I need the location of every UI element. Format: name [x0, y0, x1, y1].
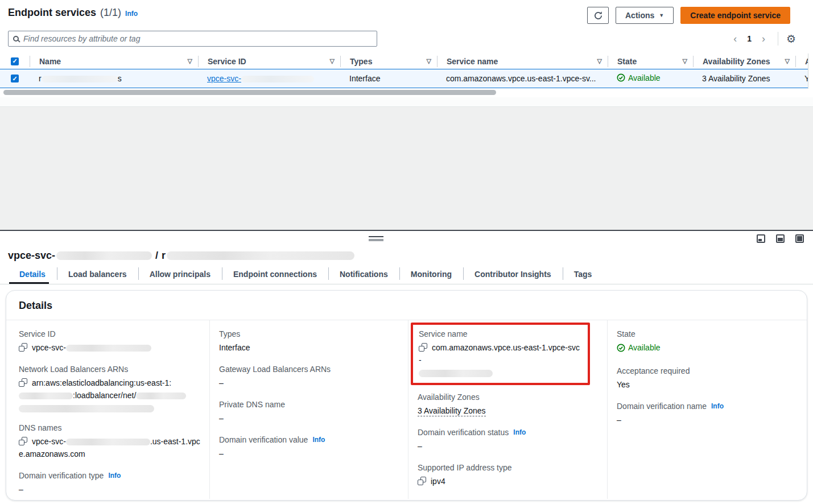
redacted-text [167, 251, 354, 260]
table-gutter [808, 53, 813, 89]
column-header-availability-zones[interactable]: Availability Zones ▽ [693, 56, 795, 67]
details-column-2: Types Interface Gateway Load Balancers A… [209, 320, 408, 499]
caret-down-icon: ▼ [659, 13, 664, 18]
cell-name: rs [30, 74, 198, 83]
sort-icon[interactable]: ▽ [427, 57, 431, 65]
info-link[interactable]: Info [711, 402, 724, 410]
scrollbar-thumb[interactable] [3, 90, 496, 95]
details-card: Details Service ID vpce-svc- Network Loa… [6, 290, 807, 501]
redacted-text [19, 405, 154, 412]
panel-size-small-icon[interactable] [757, 234, 765, 243]
column-header-types[interactable]: Types ▽ [340, 56, 437, 67]
cell-service-name: com.amazonaws.vpce.us-east-1.vpce-sv... [437, 74, 608, 83]
field-nlb-arns: Network Load Balancers ARNs arn:aws:elas… [19, 365, 200, 412]
redacted-text [66, 439, 150, 445]
availability-zones-tooltip-trigger[interactable]: 3 Availability Zones [418, 406, 486, 416]
horizontal-scrollbar[interactable] [3, 90, 810, 96]
cell-state: Available [608, 73, 693, 84]
tab-allow-principals[interactable]: Allow principals [138, 264, 222, 284]
column-header-name[interactable]: Name ▽ [30, 56, 198, 67]
tab-endpoint-connections[interactable]: Endpoint connections [222, 264, 328, 284]
panel-size-full-icon[interactable] [795, 234, 804, 243]
next-page-button[interactable]: › [757, 33, 770, 45]
column-header-state[interactable]: State ▽ [608, 56, 693, 67]
tab-load-balancers[interactable]: Load balancers [57, 264, 138, 284]
field-domain-verification-value: Domain verification valueInfo – [219, 435, 399, 460]
create-endpoint-service-button[interactable]: Create endpoint service [680, 7, 790, 24]
page-header: Endpoint services (1/1) Info Actions ▼ C… [0, 7, 813, 26]
table-controls: ‹ 1 › ⚙ [0, 31, 813, 47]
resource-count: (1/1) [100, 7, 121, 19]
table-header-row: ✓ Name ▽ Service ID ▽ Types ▽ Service na… [0, 53, 813, 69]
redacted-text [66, 345, 151, 352]
column-header-service-name[interactable]: Service name ▽ [437, 56, 608, 67]
field-dns-names: DNS names vpce-svc-.us-east-1.vpce.amazo… [19, 423, 200, 460]
field-domain-verification-type: Domain verification typeInfo – [19, 471, 200, 495]
field-private-dns-name: Private DNS name – [219, 400, 399, 424]
column-header-service-id[interactable]: Service ID ▽ [198, 56, 340, 67]
settings-gear-icon[interactable]: ⚙ [786, 34, 796, 44]
table-footer-strip [0, 97, 813, 107]
info-link[interactable]: Info [312, 436, 325, 444]
service-name-highlight-box: Service name com.amazonaws.vpce.us-east-… [411, 323, 590, 385]
refresh-icon [593, 11, 603, 20]
service-id-link[interactable]: vpce-svc- [207, 74, 314, 83]
field-availability-zones: Availability Zones 3 Availability Zones [418, 393, 598, 417]
field-glb-arns: Gateway Load Balancers ARNs – [219, 365, 399, 389]
sort-icon[interactable]: ▽ [597, 57, 602, 65]
field-supported-ip-address-type: Supported IP address type ipv4 [418, 463, 598, 488]
copy-icon[interactable] [419, 343, 427, 352]
search-box[interactable] [8, 31, 377, 47]
redacted-text [56, 251, 152, 260]
redacted-text [241, 76, 314, 82]
sort-icon[interactable]: ▽ [785, 57, 790, 65]
create-button-label: Create endpoint service [690, 11, 781, 20]
field-domain-verification-status: Domain verification statusInfo – [418, 428, 598, 452]
details-column-4: State Available Acceptance required Yes … [607, 320, 807, 499]
previous-page-button[interactable]: ‹ [729, 33, 741, 45]
search-icon [13, 36, 19, 42]
panel-tabs: Details Load balancers Allow principals … [0, 264, 813, 284]
refresh-button[interactable] [587, 7, 609, 24]
field-service-name: Service name com.amazonaws.vpce.us-east-… [419, 329, 582, 377]
info-link[interactable]: Info [108, 472, 121, 480]
row-checkbox[interactable]: ✓ [11, 75, 19, 82]
field-service-id: Service ID vpce-svc- [19, 329, 200, 354]
page-info-link[interactable]: Info [125, 10, 138, 18]
cell-types: Interface [340, 74, 437, 83]
endpoint-services-page: Endpoint services (1/1) Info Actions ▼ C… [0, 0, 813, 107]
field-domain-verification-name: Domain verification nameInfo – [617, 402, 798, 426]
info-link[interactable]: Info [513, 428, 526, 436]
copy-icon[interactable] [19, 343, 27, 352]
tab-details[interactable]: Details [8, 264, 57, 284]
cell-availability-zones: 3 Availability Zones [693, 74, 795, 83]
tab-tags[interactable]: Tags [563, 264, 604, 284]
tab-monitoring[interactable]: Monitoring [399, 264, 463, 284]
table-row[interactable]: ✓ rs vpce-svc- Interface com.amazonaws.v… [0, 69, 813, 88]
field-acceptance-required: Acceptance required Yes [617, 366, 798, 391]
actions-button[interactable]: Actions ▼ [616, 7, 674, 24]
actions-button-label: Actions [625, 11, 654, 20]
panel-resize-handle[interactable] [369, 236, 383, 241]
availability-zones-tooltip-trigger[interactable]: 3 Availability Zones [702, 74, 770, 83]
available-status-icon [617, 344, 625, 352]
tab-contributor-insights[interactable]: Contributor Insights [463, 264, 563, 284]
endpoint-services-table: ✓ Name ▽ Service ID ▽ Types ▽ Service na… [0, 53, 813, 107]
details-column-1: Service ID vpce-svc- Network Load Balanc… [6, 320, 209, 499]
redacted-text [419, 370, 493, 377]
select-all-checkbox[interactable]: ✓ [11, 57, 19, 65]
copy-icon[interactable] [418, 477, 426, 485]
sort-icon[interactable]: ▽ [683, 57, 687, 65]
panel-title: vpce-svc- / r [0, 246, 813, 264]
search-input[interactable] [23, 34, 372, 43]
sort-icon[interactable]: ▽ [188, 57, 192, 65]
tab-notifications[interactable]: Notifications [328, 264, 399, 284]
details-column-3: Service name com.amazonaws.vpce.us-east-… [408, 320, 607, 499]
current-page-number[interactable]: 1 [745, 34, 754, 43]
split-panel: vpce-svc- / r Details Load balancers All… [0, 230, 813, 504]
panel-size-half-icon[interactable] [776, 234, 785, 243]
copy-icon[interactable] [19, 437, 27, 445]
sort-icon[interactable]: ▽ [330, 57, 335, 65]
copy-icon[interactable] [19, 378, 27, 387]
available-status-icon [617, 73, 625, 82]
